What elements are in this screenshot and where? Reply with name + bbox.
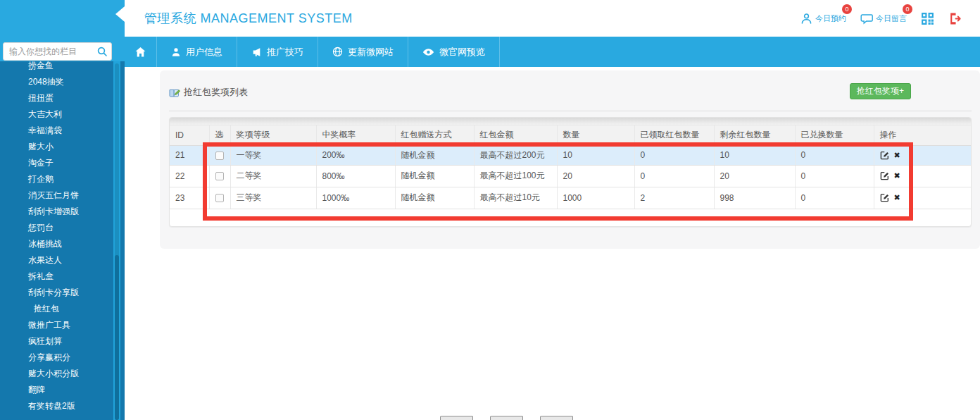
sidebar-menu: 捞金鱼2048抽奖扭扭蛋大吉大利幸福满袋赌大小淘金子打企鹅消灭五仁月饼刮刮卡增强… <box>0 61 113 420</box>
cell-remaining: 10 <box>714 145 795 165</box>
row-checkbox[interactable] <box>215 194 224 202</box>
col-prize-level: 奖项等级 <box>230 125 316 145</box>
cell-id: 21 <box>170 145 209 165</box>
nav-user-info-label: 用户信息 <box>186 46 222 58</box>
edit-icon[interactable] <box>880 151 889 160</box>
sidebar-item-打企鹅[interactable]: 打企鹅 <box>0 171 113 187</box>
sidebar-item-淘金子[interactable]: 淘金子 <box>0 155 113 171</box>
message-icon <box>860 13 873 25</box>
col-amount: 红包金额 <box>474 125 557 145</box>
nav-home[interactable] <box>125 37 157 67</box>
delete-icon[interactable]: ✖ <box>894 152 900 159</box>
sidebar-item-微推广工具[interactable]: 微推广工具 <box>0 317 113 333</box>
col-gift-method: 红包赠送方式 <box>395 125 474 145</box>
sidebar-scrollbar[interactable] <box>113 59 120 420</box>
cell-gift-method: 随机金额 <box>395 165 474 187</box>
table-row: 23 三等奖 1000‰ 随机金额 最高不超过10元 1000 2 998 0 … <box>170 187 971 209</box>
prize-table: ID 选 奖项等级 中奖概率 红包赠送方式 红包金额 数量 已领取红包数量 剩余… <box>170 125 971 209</box>
nav-user-info[interactable]: 用户信息 <box>157 37 237 67</box>
col-win-probability: 中奖概率 <box>316 125 395 145</box>
cell-redeemed: 0 <box>795 187 874 209</box>
delete-icon[interactable]: ✖ <box>894 172 900 180</box>
cell-select <box>209 165 230 187</box>
cell-claimed: 0 <box>634 145 714 165</box>
top-header: 管理系统 MANAGEMENT SYSTEM 今日预约 0 今日留言 0 <box>125 0 980 37</box>
row-checkbox[interactable] <box>215 172 224 180</box>
bottom-button-1[interactable] <box>440 416 473 420</box>
cell-actions: ✖ <box>874 145 971 165</box>
qr-code-icon[interactable] <box>921 12 934 25</box>
sidebar-item-幸福满袋[interactable]: 幸福满袋 <box>0 123 113 139</box>
cell-prize-level: 一等奖 <box>230 145 316 165</box>
sidebar-item-消灭五仁月饼[interactable]: 消灭五仁月饼 <box>0 187 113 204</box>
search-input[interactable] <box>3 42 112 61</box>
nav-update-site[interactable]: 更新微网站 <box>318 37 408 67</box>
sidebar-collapse-arrow-icon[interactable] <box>115 6 125 22</box>
cell-actions: ✖ <box>874 165 971 187</box>
sidebar-item-2048抽奖[interactable]: 2048抽奖 <box>0 74 113 90</box>
sidebar-item-大吉大利[interactable]: 大吉大利 <box>0 106 113 123</box>
nav-site-preview[interactable]: 微官网预览 <box>408 37 500 67</box>
bottom-button-3[interactable] <box>540 416 573 420</box>
today-appointments-label: 今日预约 <box>815 13 846 24</box>
today-messages[interactable]: 今日留言 0 <box>860 13 907 25</box>
logout-icon[interactable] <box>948 12 962 25</box>
sidebar-item-分享赢积分[interactable]: 分享赢积分 <box>0 350 113 366</box>
row-checkbox[interactable] <box>215 152 224 160</box>
today-appointments[interactable]: 今日预约 0 <box>800 13 846 25</box>
edit-icon[interactable] <box>880 171 889 180</box>
add-prize-button[interactable]: 抢红包奖项+ <box>850 83 911 99</box>
home-icon <box>134 47 146 58</box>
col-remaining: 剩余红包数量 <box>714 125 795 145</box>
col-actions: 操作 <box>874 125 971 145</box>
sidebar-item-拆礼盒[interactable]: 拆礼盒 <box>0 268 113 285</box>
cell-actions: ✖ <box>874 187 971 209</box>
table-header-row: ID 选 奖项等级 中奖概率 红包赠送方式 红包金额 数量 已领取红包数量 剩余… <box>170 125 971 145</box>
cell-quantity: 10 <box>557 145 634 165</box>
edit-icon[interactable] <box>880 193 889 202</box>
main-navbar: 用户信息 推广技巧 更新微网站 微官网预览 <box>125 37 980 67</box>
sidebar-item-赌大小[interactable]: 赌大小 <box>0 139 113 155</box>
cell-select <box>209 145 230 165</box>
globe-icon <box>332 47 343 57</box>
cell-select <box>209 187 230 209</box>
cell-id: 22 <box>170 165 209 187</box>
cell-amount: 最高不超过10元 <box>474 187 557 209</box>
col-claimed: 已领取红包数量 <box>634 125 714 145</box>
sidebar-item-惩罚台[interactable]: 惩罚台 <box>0 220 113 236</box>
cell-amount: 最高不超过100元 <box>474 165 557 187</box>
search-icon[interactable] <box>96 46 108 57</box>
table-row: 22 二等奖 800‰ 随机金额 最高不超过100元 20 0 20 0 ✖ <box>170 165 971 187</box>
page-title-label: 抢红包奖项列表 <box>184 86 248 99</box>
sidebar-item-刮刮卡增强版[interactable]: 刮刮卡增强版 <box>0 204 113 220</box>
col-id: ID <box>170 125 209 145</box>
sidebar: 捞金鱼2048抽奖扭扭蛋大吉大利幸福满袋赌大小淘金子打企鹅消灭五仁月饼刮刮卡增强… <box>0 0 125 420</box>
appointments-badge: 0 <box>842 4 852 14</box>
cell-remaining: 20 <box>714 165 795 187</box>
sidebar-item-捞金鱼[interactable]: 捞金鱼 <box>0 61 113 74</box>
sidebar-item-扭扭蛋[interactable]: 扭扭蛋 <box>0 90 113 106</box>
list-edit-icon <box>169 87 180 98</box>
cell-gift-method: 随机金额 <box>395 187 474 209</box>
nav-promo-tips[interactable]: 推广技巧 <box>237 37 318 67</box>
delete-icon[interactable]: ✖ <box>894 194 900 202</box>
sidebar-item-冰桶挑战[interactable]: 冰桶挑战 <box>0 236 113 252</box>
content-area: 抢红包奖项列表 抢红包奖项+ ID 选 奖项等级 中奖概率 红包赠送方式 <box>125 67 980 420</box>
bottom-button-2[interactable] <box>490 416 523 420</box>
sidebar-item-抢红包[interactable]: ›抢红包 <box>0 301 113 317</box>
sidebar-item-疯狂划算[interactable]: 疯狂划算 <box>0 333 113 350</box>
messages-badge: 0 <box>903 4 912 14</box>
nav-site-preview-label: 微官网预览 <box>439 46 485 58</box>
sidebar-item-水果达人[interactable]: 水果达人 <box>0 252 113 268</box>
cell-claimed: 2 <box>634 187 714 209</box>
col-quantity: 数量 <box>557 125 634 145</box>
user-icon <box>171 47 181 57</box>
sidebar-item-刮刮卡分享版[interactable]: 刮刮卡分享版 <box>0 285 113 301</box>
user-icon <box>800 13 812 25</box>
scrollbar-thumb[interactable] <box>115 255 119 420</box>
eye-icon <box>422 47 434 57</box>
sidebar-item-赌大小积分版[interactable]: 赌大小积分版 <box>0 366 113 382</box>
table-row: 21 一等奖 200‰ 随机金额 最高不超过200元 10 0 10 0 ✖ <box>170 145 971 165</box>
sidebar-item-翻牌[interactable]: 翻牌 <box>0 382 113 398</box>
sidebar-item-有奖转盘2版[interactable]: 有奖转盘2版 <box>0 398 113 414</box>
